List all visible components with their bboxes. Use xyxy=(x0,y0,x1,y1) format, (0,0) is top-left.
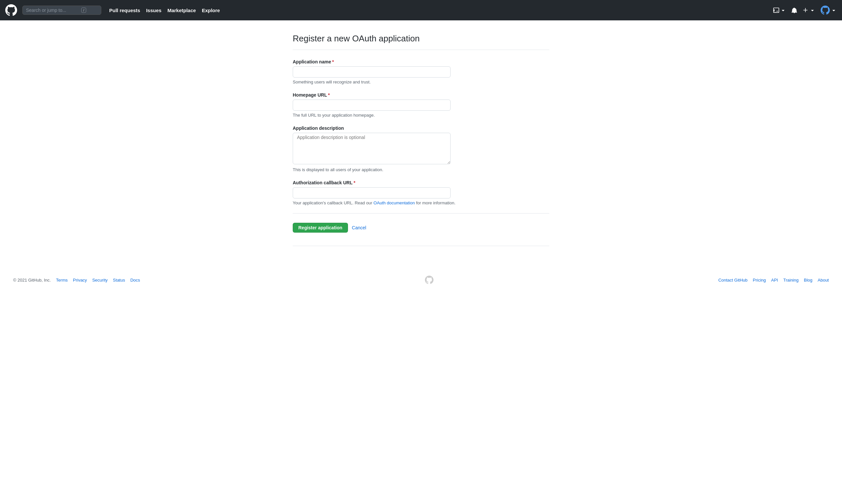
nav-right-icons xyxy=(773,5,837,15)
github-logo[interactable] xyxy=(5,4,17,16)
homepage-url-input[interactable] xyxy=(293,100,451,111)
footer-blog-link[interactable]: Blog xyxy=(804,277,812,283)
description-label: Application description xyxy=(293,126,549,131)
nav-links: Pull requests Issues Marketplace Explore xyxy=(109,7,220,13)
footer-api-link[interactable]: API xyxy=(771,277,778,283)
search-input[interactable] xyxy=(26,7,79,13)
nav-explore[interactable]: Explore xyxy=(202,7,220,13)
callback-url-label: Authorization callback URL* xyxy=(293,180,549,185)
register-application-button[interactable]: Register application xyxy=(293,223,348,233)
content-footer-divider xyxy=(293,246,549,246)
required-star-3: * xyxy=(354,180,355,185)
form-bottom-divider xyxy=(293,213,549,214)
main-content: Register a new OAuth application Applica… xyxy=(286,20,556,266)
footer-training-link[interactable]: Training xyxy=(783,277,798,283)
description-textarea[interactable] xyxy=(293,133,451,164)
footer-docs-link[interactable]: Docs xyxy=(130,277,140,283)
footer: © 2021 GitHub, Inc. Terms Privacy Securi… xyxy=(0,266,842,294)
copyright-text: © 2021 GitHub, Inc. xyxy=(13,277,51,283)
callback-url-input[interactable] xyxy=(293,187,451,198)
search-shortcut: / xyxy=(81,7,86,13)
app-name-hint: Something users will recognize and trust… xyxy=(293,79,549,85)
user-avatar-button[interactable] xyxy=(821,5,837,15)
oauth-docs-link[interactable]: OAuth documentation xyxy=(374,200,415,205)
homepage-url-group: Homepage URL* The full URL to your appli… xyxy=(293,92,549,118)
notifications-button[interactable] xyxy=(791,7,797,13)
footer-security-link[interactable]: Security xyxy=(92,277,107,283)
footer-logo xyxy=(425,276,433,284)
search-bar[interactable]: / xyxy=(22,5,101,15)
cancel-link[interactable]: Cancel xyxy=(352,225,366,230)
homepage-url-label: Homepage URL* xyxy=(293,92,549,97)
required-star: * xyxy=(332,59,334,65)
create-button[interactable] xyxy=(803,7,815,13)
title-divider xyxy=(293,50,549,50)
footer-pricing-link[interactable]: Pricing xyxy=(753,277,766,283)
terminal-button[interactable] xyxy=(773,7,786,13)
nav-pull-requests[interactable]: Pull requests xyxy=(109,7,140,13)
description-group: Application description This is displaye… xyxy=(293,126,549,172)
footer-about-link[interactable]: About xyxy=(818,277,829,283)
app-name-label: Application name* xyxy=(293,59,549,65)
app-name-group: Application name* Something users will r… xyxy=(293,59,549,85)
description-hint: This is displayed to all users of your a… xyxy=(293,167,549,172)
footer-contact-link[interactable]: Contact GitHub xyxy=(718,277,748,283)
app-name-input[interactable] xyxy=(293,66,451,77)
navbar: / Pull requests Issues Marketplace Explo… xyxy=(0,0,842,20)
form-actions: Register application Cancel xyxy=(293,223,549,233)
homepage-url-hint: The full URL to your application homepag… xyxy=(293,113,549,118)
callback-url-hint: Your application's callback URL. Read ou… xyxy=(293,200,549,205)
callback-url-group: Authorization callback URL* Your applica… xyxy=(293,180,549,205)
footer-right: Contact GitHub Pricing API Training Blog… xyxy=(718,277,829,283)
page-title: Register a new OAuth application xyxy=(293,34,549,44)
footer-privacy-link[interactable]: Privacy xyxy=(73,277,87,283)
footer-left: © 2021 GitHub, Inc. Terms Privacy Securi… xyxy=(13,277,140,283)
required-star-2: * xyxy=(328,92,330,97)
nav-issues[interactable]: Issues xyxy=(146,7,161,13)
footer-terms-link[interactable]: Terms xyxy=(56,277,67,283)
nav-marketplace[interactable]: Marketplace xyxy=(167,7,196,13)
footer-status-link[interactable]: Status xyxy=(113,277,125,283)
